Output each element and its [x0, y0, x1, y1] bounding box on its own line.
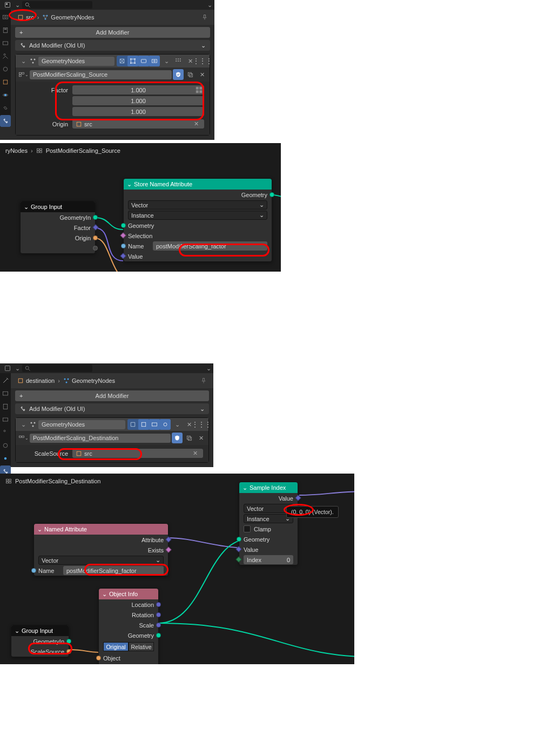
realtime-toggle[interactable] — [149, 419, 160, 430]
realtime-toggle[interactable] — [138, 56, 149, 66]
tab-world-icon[interactable] — [0, 63, 11, 75]
unlink-nodegroup[interactable]: ✕ — [197, 69, 207, 80]
transform-space-toggle[interactable]: Original Relative — [103, 642, 154, 651]
socket-geometry-in[interactable]: Geometry — [124, 220, 272, 231]
search-input[interactable] — [22, 1, 92, 9]
node-header[interactable]: ⌄Group Input — [21, 201, 95, 212]
extras-dropdown[interactable]: ⌄ — [161, 56, 172, 66]
socket-factor-out[interactable]: Factor — [21, 222, 95, 233]
edit-cage-toggle[interactable] — [127, 419, 138, 430]
tool-tab-icon[interactable] — [0, 375, 11, 387]
data-type-dropdown[interactable]: Vector⌄ — [124, 200, 272, 210]
nodegroup-browse[interactable]: ⌄ — [18, 69, 29, 80]
socket-scale-out[interactable]: Scale — [99, 620, 158, 630]
node-editor-1[interactable]: ryNodes › PostModifierScaling_Source ⌄Gr… — [0, 143, 281, 272]
scalesource-object-field[interactable]: src ✕ — [72, 449, 203, 458]
socket-name-in[interactable]: NamepostModifierScaling_factor — [124, 241, 272, 251]
clear-scalesource[interactable]: ✕ — [191, 449, 200, 458]
modifier-name-field[interactable]: GeometryNodes — [38, 57, 114, 66]
add-modifier-button[interactable]: +Add Modifier — [15, 390, 209, 401]
render-toggle[interactable] — [160, 419, 171, 430]
socket-value-in[interactable]: Value — [124, 251, 272, 261]
socket-attribute-out[interactable]: Attribute — [34, 535, 168, 545]
factor-x-field[interactable]: 1.000 — [72, 85, 204, 94]
socket-selection-in[interactable]: Selection — [124, 231, 272, 241]
render-toggle[interactable] — [149, 56, 160, 66]
socket-value-out[interactable]: Value — [239, 493, 298, 503]
add-modifier-old-dropdown[interactable]: Add Modifier (Old UI)⌄ — [15, 403, 209, 414]
socket-origin-out[interactable]: Origin — [21, 233, 95, 243]
breadcrumb-object[interactable]: destination — [17, 377, 55, 384]
store-named-attribute-node[interactable]: ⌄Store Named Attribute Geometry Vector⌄ … — [123, 178, 272, 262]
editor-type-dropdown[interactable] — [2, 0, 13, 10]
socket-location-out[interactable]: Location — [99, 599, 158, 610]
socket-as-instance-in[interactable]: As Instance — [99, 663, 158, 664]
data-type-dropdown[interactable]: Vector⌄ — [34, 555, 168, 565]
duplicate-nodegroup[interactable] — [184, 433, 194, 443]
factor-y-field[interactable]: 1.000 — [72, 96, 204, 105]
original-option[interactable]: Original — [103, 642, 129, 651]
tab-scene-icon[interactable] — [0, 50, 11, 62]
nodegroup-name-field[interactable]: PostModifierScaling_Destination — [30, 434, 171, 443]
socket-geometry-out[interactable]: GeometryIn — [11, 636, 69, 646]
drag-handle-icon[interactable]: ⋮⋮⋮ — [196, 419, 206, 430]
per-axis-icon[interactable] — [196, 86, 203, 93]
add-modifier-button[interactable]: + Add Modifier — [15, 27, 210, 38]
relative-option[interactable]: Relative — [129, 642, 154, 651]
fake-user-toggle[interactable] — [173, 69, 184, 80]
tab-constraint-icon[interactable] — [0, 102, 11, 114]
tab-render-icon[interactable] — [0, 388, 11, 400]
drag-handle-icon[interactable]: ⋮⋮⋮ — [197, 56, 207, 66]
breadcrumb-object[interactable]: src — [17, 14, 34, 21]
sample-index-node[interactable]: ⌄Sample Index Value Vector⌄ Instance⌄ Cl… — [239, 482, 298, 565]
tab-modifier-icon[interactable] — [0, 115, 11, 127]
tab-view-icon[interactable] — [0, 414, 11, 426]
socket-geometry-in[interactable]: Geometry — [239, 534, 298, 544]
named-attribute-node[interactable]: ⌄Named Attribute Attribute Exists Vector… — [33, 523, 169, 576]
name-text-field[interactable]: postModifierScaling_factor — [153, 241, 267, 251]
socket-geometry-out[interactable]: Geometry — [124, 190, 272, 200]
editmode-toggle[interactable] — [127, 56, 138, 66]
breadcrumb-modifier[interactable]: GeometryNodes — [63, 377, 115, 384]
search-input[interactable] — [22, 364, 92, 372]
modifier-name-field[interactable]: GeometryNodes — [38, 420, 125, 429]
nodegroup-name-field[interactable]: PostModifierScaling_Source — [30, 70, 172, 79]
socket-geometry-out[interactable]: Geometry — [99, 630, 158, 640]
group-input-node[interactable]: ⌄Group Input GeometryIn Factor Origin — [20, 201, 96, 254]
tab-world-icon[interactable] — [0, 440, 11, 451]
origin-object-field[interactable]: src ✕ — [72, 119, 204, 129]
node-header[interactable]: ⌄Named Attribute — [34, 524, 168, 535]
node-header[interactable]: ⌄Sample Index — [239, 482, 298, 493]
tab-object-icon[interactable] — [0, 76, 11, 88]
fake-user-toggle[interactable] — [172, 433, 183, 443]
node-header[interactable]: ⌄Object Info — [99, 589, 158, 599]
extras-dropdown[interactable]: ⌄ — [172, 419, 183, 430]
domain-dropdown[interactable]: Instance⌄ — [124, 210, 272, 220]
tab-view-icon[interactable] — [0, 37, 11, 49]
editmode-toggle[interactable] — [138, 419, 149, 430]
socket-index-in[interactable]: Index0 — [239, 555, 298, 565]
unlink-nodegroup[interactable]: ✕ — [196, 433, 206, 443]
tab-render-icon[interactable] — [0, 11, 11, 23]
socket-scalesource-out[interactable]: ScaleSource — [11, 646, 69, 657]
duplicate-nodegroup[interactable] — [185, 69, 196, 80]
expand-toggle[interactable]: ⌄ — [18, 419, 29, 430]
clamp-checkbox[interactable] — [244, 525, 251, 532]
breadcrumb-modifier[interactable]: GeometryNodes — [42, 14, 94, 21]
socket-exists-out[interactable]: Exists — [34, 545, 168, 555]
socket-name-in[interactable]: NamepostModifierScaling_factor — [34, 565, 168, 576]
name-text-field[interactable]: postModifierScaling_factor — [63, 566, 164, 575]
editor-type-dropdown[interactable] — [2, 363, 13, 374]
node-header[interactable]: ⌄Group Input — [11, 625, 69, 636]
index-field[interactable]: Index0 — [244, 555, 293, 564]
socket-object-in[interactable]: Object — [99, 653, 158, 663]
socket-value-in[interactable]: Value — [239, 544, 298, 555]
tab-physics-icon[interactable] — [0, 89, 11, 101]
tab-output-icon[interactable] — [0, 24, 11, 36]
group-input-node[interactable]: ⌄Group Input GeometryIn ScaleSource — [11, 625, 69, 657]
expand-toggle[interactable]: ⌄ — [18, 56, 29, 66]
node-editor-2[interactable]: PostModifierScaling_Destination ⌄Named A… — [0, 474, 354, 664]
clamp-row[interactable]: Clamp — [239, 524, 298, 534]
nodegroup-browse[interactable]: ⌄ — [18, 433, 29, 443]
tab-physics-icon[interactable] — [0, 453, 11, 464]
